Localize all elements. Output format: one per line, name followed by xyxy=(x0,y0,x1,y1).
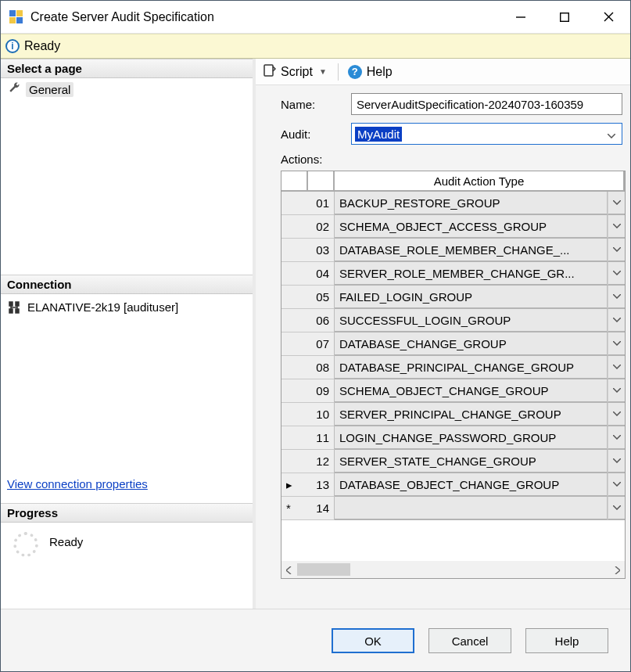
action-type-cell[interactable]: BACKUP_RESTORE_GROUP xyxy=(335,192,608,215)
close-button[interactable] xyxy=(586,2,630,32)
horizontal-scrollbar[interactable] xyxy=(281,561,625,578)
table-row[interactable]: ▸13DATABASE_OBJECT_CHANGE_GROUP xyxy=(281,473,625,497)
table-row[interactable]: 06SUCCESSFUL_LOGIN_GROUP xyxy=(281,309,625,332)
row-header: 09 xyxy=(281,379,335,403)
sidebar: Select a page General Connection ELANATI… xyxy=(1,59,253,609)
row-number-text: 10 xyxy=(316,408,329,421)
action-type-cell[interactable]: SCHEMA_OBJECT_ACCESS_GROUP xyxy=(335,215,608,239)
row-header: 08 xyxy=(281,356,335,379)
scrollbar-thumb[interactable] xyxy=(297,563,350,576)
chevron-down-icon[interactable] xyxy=(608,403,625,426)
page-item-general[interactable]: General xyxy=(1,78,253,101)
table-row[interactable]: 08DATABASE_PRINCIPAL_CHANGE_GROUP xyxy=(281,356,625,379)
table-row[interactable]: 07DATABASE_CHANGE_GROUP xyxy=(281,332,625,356)
row-indicator-icon: * xyxy=(286,501,291,515)
chevron-down-icon[interactable] xyxy=(608,286,625,309)
table-row[interactable]: 05FAILED_LOGIN_GROUP xyxy=(281,286,625,309)
row-header: 01 xyxy=(281,192,335,215)
connection-heading: Connection xyxy=(1,275,253,294)
audit-label: Audit: xyxy=(281,128,351,141)
action-type-cell[interactable] xyxy=(335,497,608,520)
wrench-icon xyxy=(9,82,21,97)
grid-rownum-header xyxy=(308,171,335,192)
svg-rect-3 xyxy=(16,17,23,23)
select-page-heading: Select a page xyxy=(1,59,253,78)
row-header: 02 xyxy=(281,215,335,239)
table-row[interactable]: 03DATABASE_ROLE_MEMBER_CHANGE_... xyxy=(281,239,625,262)
row-number-text: 11 xyxy=(316,431,329,444)
script-label: Script xyxy=(281,65,313,79)
chevron-down-icon[interactable] xyxy=(608,309,625,332)
toolbar: Script ▼ ? Help xyxy=(256,59,630,85)
action-type-cell[interactable]: DATABASE_OBJECT_CHANGE_GROUP xyxy=(335,473,608,497)
chevron-down-icon[interactable] xyxy=(608,215,625,239)
row-header: 03 xyxy=(281,239,335,262)
table-row[interactable]: 11LOGIN_CHANGE_PASSWORD_GROUP xyxy=(281,426,625,450)
svg-line-6 xyxy=(604,13,613,21)
table-row[interactable]: 12SERVER_STATE_CHANGE_GROUP xyxy=(281,450,625,473)
chevron-down-icon[interactable] xyxy=(608,192,625,215)
minimize-button[interactable] xyxy=(499,2,543,32)
chevron-down-icon[interactable] xyxy=(608,450,625,473)
main-pane: Script ▼ ? Help Name: Audit: MyAudit xyxy=(253,59,630,609)
grid-header-action-type[interactable]: Audit Action Type xyxy=(335,171,625,192)
svg-rect-2 xyxy=(9,17,16,23)
info-icon: i xyxy=(5,39,20,53)
chevron-down-icon[interactable] xyxy=(608,497,625,520)
row-indicator-icon: ▸ xyxy=(286,478,292,492)
chevron-down-icon[interactable] xyxy=(608,379,625,403)
name-label: Name: xyxy=(281,98,351,111)
dialog-footer: OK Cancel Help xyxy=(1,609,630,672)
progress-heading: Progress xyxy=(1,503,253,523)
chevron-down-icon[interactable] xyxy=(608,332,625,356)
row-number-text: 13 xyxy=(316,478,329,491)
script-button[interactable]: Script ▼ xyxy=(260,63,332,81)
action-type-cell[interactable]: SCHEMA_OBJECT_CHANGE_GROUP xyxy=(335,379,608,403)
row-number-text: 06 xyxy=(316,314,329,327)
row-number-text: 08 xyxy=(316,361,329,374)
scroll-right-icon[interactable] xyxy=(609,563,625,577)
action-type-cell[interactable]: FAILED_LOGIN_GROUP xyxy=(335,286,608,309)
help-dialog-button[interactable]: Help xyxy=(525,628,608,653)
action-type-cell[interactable]: DATABASE_CHANGE_GROUP xyxy=(335,332,608,356)
maximize-button[interactable] xyxy=(543,2,586,32)
table-row[interactable]: 02SCHEMA_OBJECT_ACCESS_GROUP xyxy=(281,215,625,239)
grid-empty-area xyxy=(281,520,625,561)
grid-corner xyxy=(281,171,308,192)
action-type-cell[interactable]: SERVER_PRINCIPAL_CHANGE_GROUP xyxy=(335,403,608,426)
svg-rect-8 xyxy=(264,65,273,76)
table-row[interactable]: 09SCHEMA_OBJECT_CHANGE_GROUP xyxy=(281,379,625,403)
action-type-cell[interactable]: SUCCESSFUL_LOGIN_GROUP xyxy=(335,309,608,332)
action-type-cell[interactable]: DATABASE_PRINCIPAL_CHANGE_GROUP xyxy=(335,356,608,379)
progress-spinner-icon xyxy=(13,532,38,557)
name-input[interactable] xyxy=(351,93,622,115)
row-number-text: 12 xyxy=(316,455,329,468)
chevron-down-icon xyxy=(601,128,622,141)
svg-rect-1 xyxy=(16,10,23,16)
chevron-down-icon[interactable] xyxy=(608,356,625,379)
action-type-cell[interactable]: LOGIN_CHANGE_PASSWORD_GROUP xyxy=(335,426,608,450)
row-number-text: 02 xyxy=(316,220,329,233)
audit-combo[interactable]: MyAudit xyxy=(351,123,622,145)
row-header: *14 xyxy=(281,497,335,520)
table-row[interactable]: 04SERVER_ROLE_MEMBER_CHANGE_GR... xyxy=(281,262,625,286)
ok-button[interactable]: OK xyxy=(332,628,414,653)
table-row[interactable]: 01BACKUP_RESTORE_GROUP xyxy=(281,192,625,215)
row-header: 04 xyxy=(281,262,335,286)
action-type-cell[interactable]: DATABASE_ROLE_MEMBER_CHANGE_... xyxy=(335,239,608,262)
help-button[interactable]: ? Help xyxy=(345,63,396,81)
action-type-cell[interactable]: SERVER_ROLE_MEMBER_CHANGE_GR... xyxy=(335,262,608,286)
chevron-down-icon[interactable] xyxy=(608,239,625,262)
row-number-text: 14 xyxy=(316,501,329,515)
cancel-button[interactable]: Cancel xyxy=(428,628,511,653)
action-type-cell[interactable]: SERVER_STATE_CHANGE_GROUP xyxy=(335,450,608,473)
chevron-down-icon[interactable] xyxy=(608,262,625,286)
chevron-down-icon[interactable] xyxy=(608,426,625,450)
scroll-left-icon[interactable] xyxy=(281,563,297,577)
connection-properties-link[interactable]: View connection properties xyxy=(7,477,246,497)
svg-rect-5 xyxy=(561,13,569,21)
table-row[interactable]: 10SERVER_PRINCIPAL_CHANGE_GROUP xyxy=(281,403,625,426)
chevron-down-icon[interactable] xyxy=(608,473,625,497)
row-number-text: 03 xyxy=(316,243,329,257)
table-row[interactable]: *14 xyxy=(281,497,625,520)
